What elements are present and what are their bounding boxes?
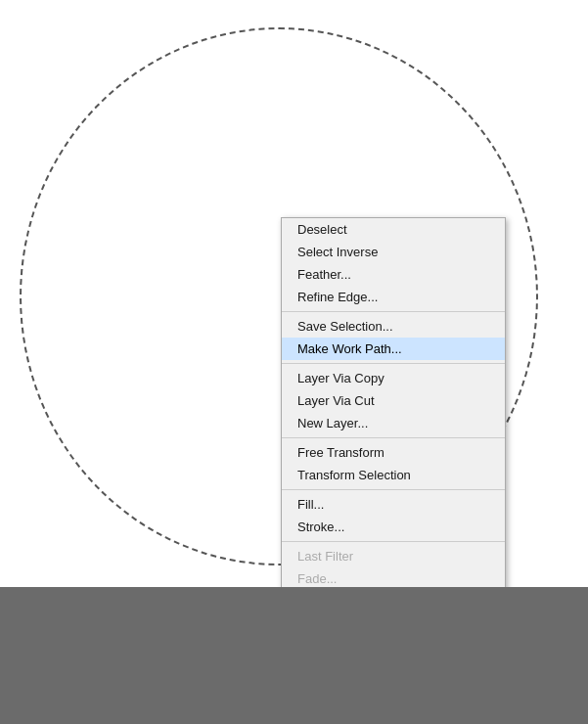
menu-item-refine-edge[interactable]: Refine Edge... [282, 286, 505, 308]
bottom-bar [0, 587, 588, 724]
menu-item-make-work-path[interactable]: Make Work Path... [282, 338, 505, 360]
menu-item-layer-via-cut[interactable]: Layer Via Cut [282, 389, 505, 412]
menu-separator [282, 311, 505, 312]
menu-item-feather[interactable]: Feather... [282, 263, 505, 286]
menu-item-new-layer[interactable]: New Layer... [282, 412, 505, 434]
menu-separator [282, 363, 505, 364]
menu-separator [282, 437, 505, 438]
menu-item-last-filter: Last Filter [282, 545, 505, 567]
menu-item-free-transform[interactable]: Free Transform [282, 441, 505, 464]
menu-separator [282, 541, 505, 542]
menu-item-layer-via-copy[interactable]: Layer Via Copy [282, 367, 505, 389]
menu-item-stroke[interactable]: Stroke... [282, 516, 505, 538]
menu-separator [282, 489, 505, 490]
menu-item-transform-selection[interactable]: Transform Selection [282, 464, 505, 486]
context-menu: DeselectSelect InverseFeather...Refine E… [281, 217, 506, 587]
menu-item-save-selection[interactable]: Save Selection... [282, 315, 505, 338]
menu-item-fade: Fade... [282, 567, 505, 587]
menu-item-select-inverse[interactable]: Select Inverse [282, 241, 505, 263]
menu-item-deselect[interactable]: Deselect [282, 218, 505, 241]
canvas-area: DeselectSelect InverseFeather...Refine E… [0, 0, 588, 587]
menu-item-fill[interactable]: Fill... [282, 493, 505, 516]
